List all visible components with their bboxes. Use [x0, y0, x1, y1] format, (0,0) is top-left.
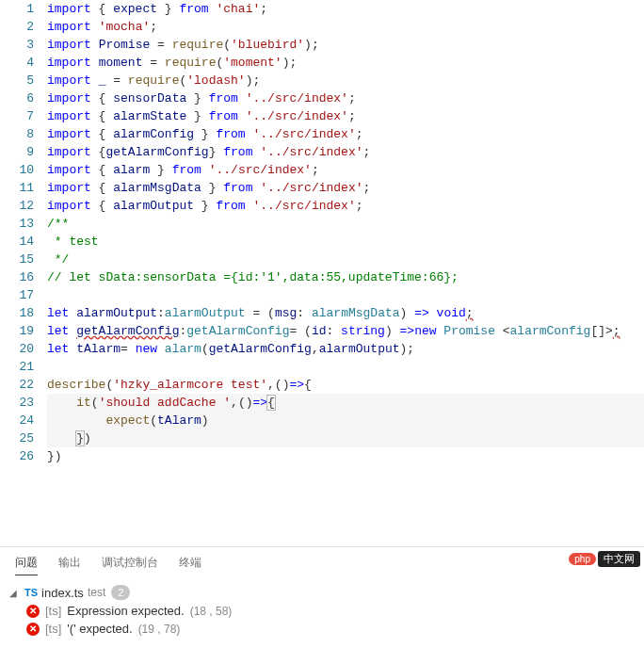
panel-tab-output[interactable]: 输出	[58, 555, 81, 575]
error-icon: ✕	[26, 623, 40, 636]
problem-item[interactable]: ✕ [ts] '(' expected. (19 , 78)	[0, 620, 644, 638]
code-line[interactable]: let getAlarmConfig:getAlarmConfig= (id: …	[47, 322, 644, 340]
line-number: 8	[0, 125, 34, 143]
code-line[interactable]: import { sensorData } from '../src/index…	[47, 89, 644, 107]
line-number: 21	[0, 358, 34, 376]
line-number: 14	[0, 233, 34, 251]
line-number: 26	[0, 447, 34, 465]
problem-message: '(' expected.	[67, 622, 132, 636]
chevron-down-icon: ◢	[9, 588, 21, 598]
panel-tab-terminal[interactable]: 终端	[179, 555, 201, 575]
line-number: 1	[0, 0, 34, 18]
code-line[interactable]: it('should addCache ',()=>{	[47, 394, 644, 412]
bottom-panel: 问题 输出 调试控制台 终端 ◢ TS index.ts test 2 ✕ [t…	[0, 546, 644, 648]
line-number: 3	[0, 36, 34, 54]
problem-source: [ts]	[45, 604, 61, 618]
line-number: 19	[0, 322, 34, 340]
code-line[interactable]: */	[47, 251, 644, 268]
code-line[interactable]: describe('hzky_alarmcore test',()=>{	[47, 376, 644, 394]
line-number: 23	[0, 394, 34, 412]
line-number: 22	[0, 376, 34, 394]
panel-tabs: 问题 输出 调试控制台 终端	[0, 547, 644, 579]
code-line[interactable]: let alarmOutput:alarmOutput = (msg: alar…	[47, 304, 644, 322]
code-line[interactable]: * test	[47, 233, 644, 251]
code-line[interactable]: import { alarmState } from '../src/index…	[47, 107, 644, 125]
line-number: 5	[0, 72, 34, 89]
problem-source: [ts]	[45, 622, 61, 636]
code-line[interactable]: })	[47, 429, 644, 447]
watermark-badge: php	[569, 553, 596, 565]
problem-item[interactable]: ✕ [ts] Expression expected. (18 , 58)	[0, 602, 644, 620]
line-number: 25	[0, 429, 34, 447]
line-number-gutter: 1234567891011121314151617181920212223242…	[0, 0, 47, 546]
error-icon: ✕	[26, 605, 40, 618]
code-line[interactable]: import { expect } from 'chai';	[47, 0, 644, 18]
code-line[interactable]: import 'mocha';	[47, 18, 644, 36]
line-number: 15	[0, 251, 34, 268]
line-number: 12	[0, 197, 34, 215]
line-number: 2	[0, 18, 34, 36]
line-number: 10	[0, 161, 34, 179]
panel-tab-problems[interactable]: 问题	[15, 555, 38, 575]
problems-file-name: index.ts	[41, 586, 84, 600]
code-line[interactable]: // let sData:sensorData ={id:'1',data:55…	[47, 268, 644, 286]
code-line[interactable]: import { alarm } from '../src/index';	[47, 161, 644, 179]
line-number: 17	[0, 286, 34, 304]
code-line[interactable]: import { alarmOutput } from '../src/inde…	[47, 197, 644, 215]
line-number: 6	[0, 89, 34, 107]
line-number: 13	[0, 215, 34, 233]
code-line[interactable]: import {getAlarmConfig} from '../src/ind…	[47, 143, 644, 161]
line-number: 18	[0, 304, 34, 322]
code-line[interactable]: let tAlarm= new alarm(getAlarmConfig,ala…	[47, 340, 644, 358]
line-number: 9	[0, 143, 34, 161]
problem-location: (19 , 78)	[138, 623, 181, 636]
code-line[interactable]	[47, 286, 644, 304]
ts-file-icon: TS	[24, 587, 38, 598]
code-line[interactable]: import moment = require('moment');	[47, 54, 644, 72]
code-line[interactable]: import _ = require('lodash');	[47, 72, 644, 89]
code-line[interactable]: import { alarmConfig } from '../src/inde…	[47, 125, 644, 143]
line-number: 4	[0, 54, 34, 72]
code-line[interactable]	[47, 358, 644, 376]
code-line[interactable]: import Promise = require('bluebird');	[47, 36, 644, 54]
code-editor[interactable]: 1234567891011121314151617181920212223242…	[0, 0, 644, 546]
watermark-text: 中文网	[598, 551, 640, 567]
problem-message: Expression expected.	[67, 604, 184, 618]
code-line[interactable]: expect(tAlarm)	[47, 412, 644, 429]
line-number: 24	[0, 412, 34, 429]
line-number: 20	[0, 340, 34, 358]
problems-file-row[interactable]: ◢ TS index.ts test 2	[0, 583, 644, 602]
code-content[interactable]: import { expect } from 'chai';import 'mo…	[47, 0, 644, 546]
line-number: 7	[0, 107, 34, 125]
problems-file-dir: test	[88, 586, 105, 599]
problems-count-badge: 2	[111, 585, 130, 600]
watermark: php 中文网	[569, 551, 640, 567]
line-number: 11	[0, 179, 34, 197]
code-line[interactable]: })	[47, 447, 644, 465]
line-number: 16	[0, 268, 34, 286]
code-line[interactable]: /**	[47, 215, 644, 233]
code-line[interactable]: import { alarmMsgData } from '../src/ind…	[47, 179, 644, 197]
problems-tree: ◢ TS index.ts test 2 ✕ [ts] Expression e…	[0, 579, 644, 641]
panel-tab-debug-console[interactable]: 调试控制台	[102, 555, 158, 575]
problem-location: (18 , 58)	[190, 605, 233, 618]
